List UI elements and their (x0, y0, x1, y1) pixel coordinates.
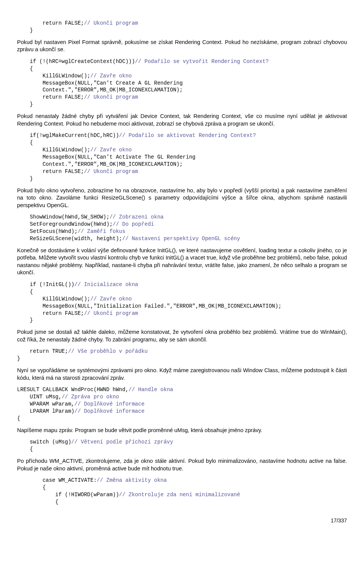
code-comment: // Ukončí program (84, 168, 138, 175)
code-line: ShowWindow(hWnd,SW_SHOW); (17, 214, 110, 220)
code-block-1: return FALSE;// Ukončí program } (17, 20, 347, 34)
code-line: return FALSE; (17, 94, 84, 100)
code-comment: // Zavře okno (90, 296, 132, 302)
code-comment: // Ukončí program (84, 94, 138, 100)
code-comment: // Podařilo se vytvořit Rendering Contex… (135, 58, 269, 64)
code-line: if (!(hRC=wglCreateContext(hDC))) (17, 58, 135, 64)
code-comment: // Do popředí (113, 221, 154, 227)
paragraph-7: Napíšeme mapu zpráv. Program se bude vět… (17, 427, 347, 434)
code-line: UINT uMsg, (17, 394, 62, 400)
code-comment: // Doplňkové informace (74, 408, 144, 414)
paragraph-2: Pokud nenastaly žádné chyby při vytvářen… (17, 113, 347, 127)
code-line: MessageBox(NULL,"Can't Create A GL Rende… (17, 80, 183, 86)
code-line: return FALSE; (17, 310, 84, 316)
code-line: KillGLWindow(); (17, 147, 90, 153)
code-line: { (17, 484, 46, 491)
code-comment: // Zkontroluje zda není minimalizované (119, 492, 240, 498)
code-line: Context.","ERROR",MB_OK|MB_ICONEXCLAMATI… (17, 161, 183, 167)
paragraph-5: Pokud jsme se dostali až takhle daleko, … (17, 329, 347, 343)
code-comment: // Handle okna (129, 387, 173, 393)
code-comment: // Vše proběhlo v pořádku (68, 348, 147, 354)
paragraph-6: Nyní se vypořádáme se systémovými zpráva… (17, 367, 347, 382)
paragraph-4: Konečně se dostáváme k volání výše defin… (17, 247, 347, 277)
code-line: LPARAM lParam) (17, 408, 74, 414)
paragraph-8: Po příchodu WM_ACTIVE, zkontrolujeme, zd… (17, 458, 347, 472)
code-line: return FALSE; (17, 20, 84, 26)
code-line: return TRUE; (17, 348, 68, 354)
code-block-8: switch (uMsg)// Větvení podle příchozí z… (17, 439, 347, 453)
code-comment: // Inicializace okna (74, 281, 138, 288)
code-line: switch (uMsg) (17, 439, 71, 445)
code-line: { (17, 66, 33, 72)
paragraph-3: Pokud bylo okno vytvořeno, zobrazíme ho … (17, 187, 347, 209)
code-comment: // Ukončí program (84, 310, 138, 316)
code-line: KillGLWindow(); (17, 296, 90, 302)
code-line: KillGLWindow(); (17, 73, 90, 79)
code-comment: // Podařilo se aktivovat Rendering Conte… (119, 132, 256, 138)
code-block-2: if (!(hRC=wglCreateContext(hDC)))// Poda… (17, 58, 347, 108)
code-line: SetForegroundWindow(hWnd); (17, 221, 113, 227)
code-comment: // Větvení podle příchozí zprávy (71, 439, 173, 445)
code-comment: // Nastavení perspektivy OpenGL scény (122, 236, 240, 242)
code-line: } (17, 101, 33, 107)
code-line: MessageBox(NULL,"Can't Activate The GL R… (17, 154, 195, 160)
code-block-6: return TRUE;// Vše proběhlo v pořádku } (17, 348, 347, 362)
code-comment: // Zobrazení okna (110, 214, 164, 220)
code-comment: // Doplňkové informace (74, 401, 144, 407)
code-block-4: ShowWindow(hWnd,SW_SHOW);// Zobrazení ok… (17, 214, 347, 242)
code-line: { (17, 499, 58, 505)
code-line: LRESULT CALLBACK WndProc(HWND hWnd, (17, 387, 129, 393)
code-line: { (17, 446, 33, 452)
code-block-9: case WM_ACTIVATE:// Změna aktivity okna … (17, 477, 347, 506)
code-line: SetFocus(hWnd); (17, 228, 78, 234)
code-comment: // Zaměří fokus (78, 228, 126, 234)
code-line: { (17, 140, 33, 146)
code-line: case WM_ACTIVATE: (17, 477, 97, 483)
code-comment: // Změna aktivity okna (97, 477, 167, 483)
code-block-5: if (!InitGL())// Inicializace okna { Kil… (17, 281, 347, 324)
code-line: if (!HIWORD(wParam)) (17, 492, 119, 498)
code-line: return FALSE; (17, 168, 84, 175)
paragraph-1: Pokud byl nastaven Pixel Format správně,… (17, 39, 347, 53)
code-comment: // Zavře okno (90, 73, 132, 79)
code-block-3: if(!wglMakeCurrent(hDC,hRC))// Podařilo … (17, 132, 347, 182)
code-line: } (17, 176, 33, 182)
code-line: } (17, 355, 20, 362)
code-block-7: LRESULT CALLBACK WndProc(HWND hWnd,// Ha… (17, 386, 347, 422)
code-line: if(!wglMakeCurrent(hDC,hRC)) (17, 132, 119, 138)
code-comment: // Ukončí program (84, 20, 138, 26)
code-line: Context.","ERROR",MB_OK|MB_ICONEXCLAMATI… (17, 87, 183, 93)
page-number: 17/337 (17, 517, 347, 524)
code-line: if (!InitGL()) (17, 281, 74, 288)
code-line: } (17, 317, 33, 323)
code-line: MessageBox(NULL,"Initialization Failed."… (17, 303, 281, 309)
code-line: ReSizeGLScene(width, height); (17, 236, 122, 242)
code-line: } (17, 27, 33, 33)
code-line: { (17, 415, 20, 421)
code-comment: // Zavře okno (90, 147, 132, 153)
code-line: { (17, 289, 33, 295)
code-line: WPARAM wParam, (17, 401, 74, 407)
code-comment: // Zpráva pro okno (62, 394, 119, 400)
